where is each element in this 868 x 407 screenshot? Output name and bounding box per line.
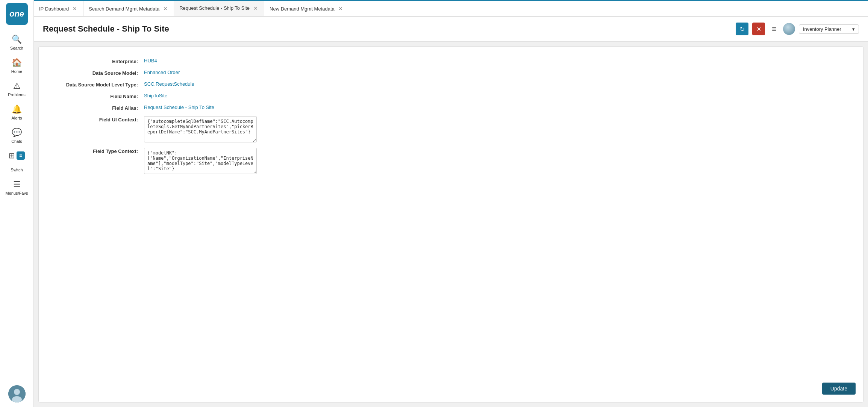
home-icon: 🏠 bbox=[12, 58, 22, 68]
form-row-field-ui-context: Field UI Context: {"autocompleteSqlDefNa… bbox=[54, 116, 354, 142]
form-row-data-source-model-level-type: Data Source Model Level Type: SCC.Reques… bbox=[54, 81, 354, 88]
value-data-source-model[interactable]: Enhanced Order bbox=[144, 70, 180, 75]
sidebar-item-switch[interactable]: ⊞ ≡ bbox=[0, 147, 33, 164]
form-row-field-name: Field Name: ShipToSite bbox=[54, 93, 354, 99]
menu-icon: ≡ bbox=[772, 25, 776, 33]
field-type-context-textarea[interactable]: {"modelNK": ["Name","OrganizationName","… bbox=[144, 148, 257, 174]
label-field-alias: Field Alias: bbox=[54, 104, 144, 111]
tab-request-schedule-label: Request Schedule - Ship To Site bbox=[179, 5, 250, 11]
value-field-name[interactable]: ShipToSite bbox=[144, 93, 167, 98]
tab-search-demand-close[interactable]: ✕ bbox=[162, 6, 168, 12]
menu-button[interactable]: ≡ bbox=[769, 23, 779, 35]
content-header: Request Schedule - Ship To Site ↻ ✕ ≡ In… bbox=[34, 17, 868, 42]
sidebar-item-alerts[interactable]: 🔔 Alerts bbox=[0, 101, 33, 124]
menus-icon: ☰ bbox=[13, 180, 21, 189]
tab-ip-dashboard-close[interactable]: ✕ bbox=[72, 6, 78, 12]
switch-badge: ≡ bbox=[17, 151, 25, 160]
sidebar-item-search[interactable]: 🔍 Search bbox=[0, 31, 33, 54]
form-table: Enterprise: HUB4 Data Source Model: Enha… bbox=[54, 58, 354, 174]
tab-new-demand-close[interactable]: ✕ bbox=[338, 6, 344, 12]
label-enterprise: Enterprise: bbox=[54, 58, 144, 64]
header-actions: ↻ ✕ ≡ Inventory Planner ▾ bbox=[736, 23, 859, 35]
inventory-planner-dropdown[interactable]: Inventory Planner ▾ bbox=[799, 24, 859, 34]
sidebar-label-search: Search bbox=[10, 46, 23, 50]
user-avatar[interactable] bbox=[8, 385, 26, 402]
tab-search-demand[interactable]: Search Demand Mgmt Metadata ✕ bbox=[83, 0, 174, 17]
sidebar-item-home[interactable]: 🏠 Home bbox=[0, 54, 33, 77]
svg-point-1 bbox=[14, 389, 20, 395]
header-user-avatar bbox=[783, 23, 795, 35]
close-button[interactable]: ✕ bbox=[752, 23, 765, 35]
label-field-ui-context: Field UI Context: bbox=[54, 116, 144, 123]
label-field-name: Field Name: bbox=[54, 93, 144, 99]
alerts-icon: 🔔 bbox=[12, 104, 22, 114]
tab-ip-dashboard[interactable]: IP Dashboard ✕ bbox=[34, 0, 83, 17]
close-icon: ✕ bbox=[756, 26, 761, 33]
form-row-enterprise: Enterprise: HUB4 bbox=[54, 58, 354, 64]
value-enterprise[interactable]: HUB4 bbox=[144, 58, 157, 64]
sidebar-label-problems: Problems bbox=[8, 92, 25, 97]
tab-new-demand-label: New Demand Mgmt Metadata bbox=[270, 6, 335, 12]
chats-icon: 💬 bbox=[12, 128, 22, 138]
search-icon: 🔍 bbox=[12, 35, 22, 44]
value-field-alias[interactable]: Request Schedule - Ship To Site bbox=[144, 104, 214, 110]
sidebar-label-switch: Switch bbox=[11, 168, 23, 172]
problems-icon: ⚠ bbox=[13, 81, 21, 91]
update-button[interactable]: Update bbox=[822, 383, 856, 395]
sidebar-item-chats[interactable]: 💬 Chats bbox=[0, 124, 33, 147]
sidebar-item-problems[interactable]: ⚠ Problems bbox=[0, 77, 33, 101]
tab-new-demand[interactable]: New Demand Mgmt Metadata ✕ bbox=[264, 0, 349, 17]
sidebar-label-alerts: Alerts bbox=[11, 116, 22, 120]
content-body: Enterprise: HUB4 Data Source Model: Enha… bbox=[38, 46, 863, 402]
form-row-field-alias: Field Alias: Request Schedule - Ship To … bbox=[54, 104, 354, 111]
sidebar-label-home: Home bbox=[11, 69, 22, 74]
tab-search-demand-label: Search Demand Mgmt Metadata bbox=[89, 6, 159, 12]
tab-request-schedule[interactable]: Request Schedule - Ship To Site ✕ bbox=[174, 0, 264, 17]
sidebar: one 🔍 Search 🏠 Home ⚠ Problems 🔔 Alerts … bbox=[0, 0, 34, 407]
logo-text: one bbox=[9, 9, 24, 19]
tab-ip-dashboard-label: IP Dashboard bbox=[39, 6, 69, 12]
sidebar-label-chats: Chats bbox=[11, 139, 22, 144]
sidebar-item-menus[interactable]: ☰ Menus/Favs bbox=[0, 176, 33, 199]
field-ui-context-textarea[interactable]: {"autocompleteSqlDefName":"SCC.Autocompl… bbox=[144, 116, 257, 142]
refresh-icon: ↻ bbox=[740, 26, 745, 33]
label-data-source-model: Data Source Model: bbox=[54, 70, 144, 76]
chevron-down-icon: ▾ bbox=[852, 26, 855, 32]
form-row-field-type-context: Field Type Context: {"modelNK": ["Name",… bbox=[54, 148, 354, 174]
refresh-button[interactable]: ↻ bbox=[736, 23, 748, 35]
sidebar-item-switch-label: Switch bbox=[0, 164, 33, 176]
tab-request-schedule-close[interactable]: ✕ bbox=[253, 5, 259, 11]
value-data-source-model-level-type[interactable]: SCC.RequestSchedule bbox=[144, 81, 194, 87]
form-row-data-source-model: Data Source Model: Enhanced Order bbox=[54, 70, 354, 76]
inventory-planner-label: Inventory Planner bbox=[803, 26, 841, 32]
label-data-source-model-level-type: Data Source Model Level Type: bbox=[54, 81, 144, 88]
main-content: IP Dashboard ✕ Search Demand Mgmt Metada… bbox=[34, 0, 868, 407]
label-field-type-context: Field Type Context: bbox=[54, 148, 144, 154]
tab-bar: IP Dashboard ✕ Search Demand Mgmt Metada… bbox=[34, 0, 868, 17]
page-title: Request Schedule - Ship To Site bbox=[43, 24, 169, 34]
app-logo[interactable]: one bbox=[6, 3, 28, 25]
sidebar-label-menus: Menus/Favs bbox=[6, 191, 28, 195]
switch-icon: ⊞ bbox=[9, 151, 15, 160]
